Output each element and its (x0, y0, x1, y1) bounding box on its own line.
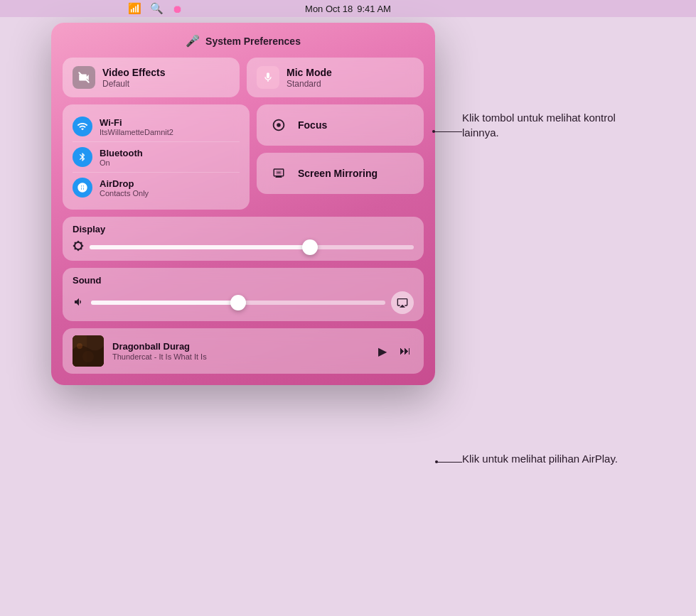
annotation-top: Klik tombol untuk melihat kontrol lainny… (462, 110, 619, 140)
focus-label: Focus (298, 119, 327, 131)
bluetooth-text: Bluetooth On (100, 148, 143, 167)
screen-mirroring-icon (268, 163, 289, 184)
search-menubar-icon[interactable]: 🔍 (150, 2, 164, 15)
annotation-bottom-text: Klik untuk melihat pilihan AirPlay. (462, 453, 618, 465)
bluetooth-item[interactable]: Bluetooth On (73, 142, 240, 173)
sound-slider[interactable] (91, 301, 385, 305)
wifi-menubar-icon[interactable]: 📶 (128, 2, 141, 15)
now-playing-title: Dragonball Durag (112, 341, 367, 352)
now-playing-info: Dragonball Durag Thundercat - It Is What… (112, 341, 367, 361)
svg-point-2 (277, 123, 281, 127)
annotation-bottom: Klik untuk melihat pilihan AirPlay. (462, 451, 618, 466)
volume-icon (73, 296, 85, 310)
svg-rect-4 (277, 172, 281, 173)
now-playing-section: Dragonball Durag Thundercat - It Is What… (63, 328, 424, 374)
sound-slider-row (73, 291, 414, 314)
mic-mode-text: Mic Mode Standard (287, 67, 332, 89)
now-playing-controls: ▶ ⏭ (375, 342, 414, 361)
play-button[interactable]: ▶ (375, 342, 390, 361)
network-tile: Wi-Fi ItsWillametteDamnit2 Bluetooth On (63, 104, 250, 210)
video-effects-icon (73, 66, 95, 89)
display-label: Display (73, 224, 414, 234)
video-effects-tile[interactable]: Video Effects Default (63, 58, 240, 97)
mic-mode-tile[interactable]: Mic Mode Standard (247, 58, 424, 97)
display-section: Display (63, 217, 424, 261)
wifi-text: Wi-Fi ItsWillametteDamnit2 (100, 117, 173, 136)
mic-mode-header: Mic Mode Standard (257, 66, 414, 89)
airplay-button[interactable] (391, 291, 414, 314)
album-art-image (73, 335, 104, 367)
wifi-item[interactable]: Wi-Fi ItsWillametteDamnit2 (73, 112, 240, 142)
annotation-dot-2 (435, 460, 438, 463)
right-tiles: Focus Screen Mirroring (257, 104, 424, 210)
system-prefs-icon: 🎤 (186, 34, 200, 48)
focus-icon (268, 114, 289, 136)
video-effects-text: Video Effects Default (102, 67, 165, 89)
display-slider[interactable] (90, 245, 414, 249)
now-playing-artist: Thundercat - It Is What It Is (112, 352, 367, 361)
annotation-dot-1 (432, 130, 435, 133)
panel-title-text: System Preferences (205, 36, 301, 47)
album-art (73, 335, 104, 367)
menubar: 📶 🔍 ⏺ Mon Oct 18 9:41 AM (0, 0, 696, 17)
brightness-icon (73, 240, 84, 254)
screen-mirroring-tile[interactable]: Screen Mirroring (257, 153, 424, 194)
annotation-line-1 (434, 131, 462, 132)
menubar-date: Mon Oct 18 (305, 4, 353, 14)
focus-tile[interactable]: Focus (257, 104, 424, 146)
annotation-top-text: Klik tombol untuk melihat kontrol lainny… (462, 112, 616, 139)
control-center-menubar-icon[interactable]: ⏺ (172, 3, 183, 15)
mic-mode-icon (257, 66, 279, 89)
control-center-panel: 🎤 System Preferences Video Effects Defau… (51, 23, 435, 385)
airdrop-item[interactable]: AirDrop Contacts Only (73, 173, 240, 202)
middle-tiles-row: Wi-Fi ItsWillametteDamnit2 Bluetooth On (63, 104, 424, 210)
svg-point-8 (77, 343, 82, 349)
display-slider-row (73, 240, 414, 254)
airdrop-icon (73, 178, 92, 198)
screen-mirroring-label: Screen Mirroring (298, 168, 378, 179)
annotation-line-2 (437, 462, 462, 463)
top-tiles-row: Video Effects Default Mic Mode Standard (63, 58, 424, 97)
menubar-time: 9:41 AM (357, 4, 391, 14)
fast-forward-button[interactable]: ⏭ (397, 342, 414, 360)
panel-header: 🎤 System Preferences (63, 34, 424, 48)
bluetooth-icon (73, 147, 92, 167)
airdrop-text: AirDrop Contacts Only (100, 178, 149, 198)
video-effects-header: Video Effects Default (73, 66, 230, 89)
menubar-datetime: Mon Oct 18 9:41 AM (305, 4, 391, 14)
sound-section: Sound (63, 268, 424, 321)
wifi-icon (73, 117, 92, 136)
sound-label: Sound (73, 275, 414, 286)
